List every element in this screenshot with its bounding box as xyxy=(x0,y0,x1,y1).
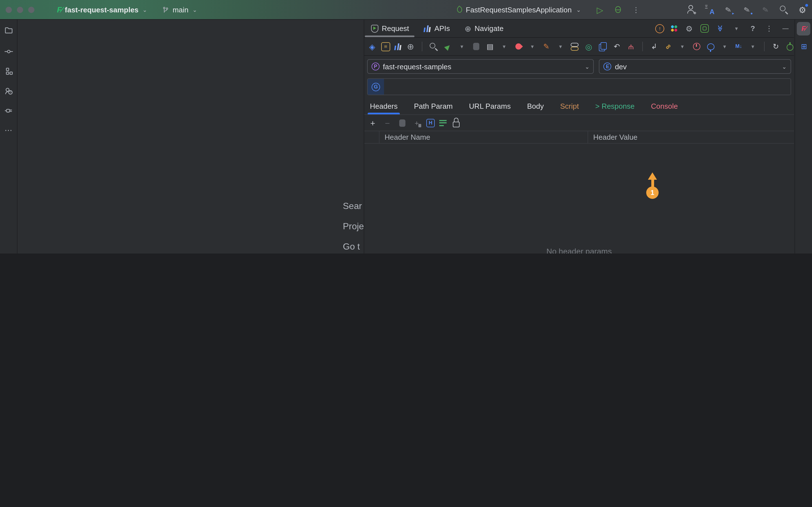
close-window-button[interactable] xyxy=(6,6,12,13)
search-api-icon[interactable] xyxy=(428,41,439,52)
clean-icon[interactable]: Ψ xyxy=(626,41,636,52)
tab-apis-label: APIs xyxy=(435,24,450,33)
request-tab-url-params[interactable]: URL Params xyxy=(469,98,511,114)
url-input[interactable] xyxy=(384,79,791,95)
left-toolwindow-stripe: ? ⋯ ★ xyxy=(0,20,17,253)
ide-settings-icon[interactable]: ⚙ xyxy=(797,4,808,15)
environment-select[interactable]: E dev ⌄ xyxy=(599,59,791,74)
commit-toolwindow-icon[interactable] xyxy=(2,45,15,58)
link-dropdown-caret[interactable]: ▾ xyxy=(677,41,688,52)
stop-request-icon[interactable] xyxy=(471,41,481,52)
translate-icon[interactable] xyxy=(704,4,714,15)
request-tab-script[interactable]: Script xyxy=(560,98,579,114)
branch-name[interactable]: main xyxy=(172,5,188,14)
debug-button[interactable] xyxy=(613,4,623,15)
chevron-down-icon: ⌄ xyxy=(585,63,590,69)
ai-run-icon[interactable]: ▸ xyxy=(723,4,733,15)
selection-column xyxy=(364,131,379,143)
shortcut-hint-line: Go t xyxy=(343,237,364,253)
send-request-icon[interactable]: ▶ xyxy=(443,41,453,52)
more-icon[interactable]: ⋮ xyxy=(764,23,774,34)
project-widget[interactable]: F∕ fast-request-samples ⌄ xyxy=(57,5,147,14)
layers-dropdown-caret[interactable]: ▾ xyxy=(731,23,742,34)
project-badge-icon: P xyxy=(371,62,379,70)
tab-navigate[interactable]: ⊕ Navigate xyxy=(465,24,504,33)
layers-icon[interactable]: ≫ xyxy=(715,23,725,34)
link-icon[interactable]: ∞ xyxy=(663,41,673,52)
github-icon[interactable] xyxy=(705,41,716,52)
duplicate-param-icon[interactable] xyxy=(412,118,422,128)
run-button[interactable]: ▷ xyxy=(595,4,605,15)
window-controls[interactable] xyxy=(6,6,35,13)
request-tab-console[interactable]: Console xyxy=(651,98,678,114)
ide-window: F∕ fast-request-samples ⌄ main ⌄ FastReq… xyxy=(0,0,812,253)
request-tab-body[interactable]: Body xyxy=(527,98,544,114)
history-icon[interactable] xyxy=(691,41,702,52)
navigate-api-icon[interactable]: ⊕ xyxy=(405,41,416,52)
active-tab-indicator xyxy=(365,36,414,37)
minimize-icon[interactable]: — xyxy=(780,23,791,34)
vcs-branch-widget[interactable]: main ⌄ xyxy=(161,5,197,14)
minimize-window-button[interactable] xyxy=(17,6,23,13)
connect-icon[interactable] xyxy=(785,41,795,52)
markdown-icon[interactable]: M↓ xyxy=(733,41,744,52)
api-chart-icon[interactable] xyxy=(394,43,402,50)
collection-dropdown-caret[interactable]: ▾ xyxy=(527,41,538,52)
search-everywhere-icon[interactable] xyxy=(779,4,789,15)
collection-icon[interactable] xyxy=(513,41,523,52)
curl-dropdown-caret[interactable]: ▾ xyxy=(555,41,566,52)
request-tab-path-param[interactable]: Path Param xyxy=(414,98,453,114)
request-tab---response[interactable]: > Response xyxy=(595,98,635,114)
send-dropdown-caret[interactable]: ▾ xyxy=(457,41,467,52)
add-param-icon[interactable]: + xyxy=(368,118,378,128)
settings-icon[interactable]: ⚙ xyxy=(684,23,694,34)
bulk-edit-icon[interactable] xyxy=(397,118,407,128)
add-user-icon[interactable] xyxy=(686,4,696,15)
tab-request[interactable]: Request xyxy=(371,24,409,33)
github-dropdown-caret[interactable]: ▾ xyxy=(719,41,730,52)
endpoints-toolwindow-icon[interactable] xyxy=(2,104,15,117)
project-toolwindow-icon[interactable] xyxy=(2,23,15,37)
ai-settings-icon[interactable]: ● xyxy=(742,4,752,15)
more-toolwindows-icon[interactable]: ⋯ xyxy=(2,123,15,137)
project-select-value: fast-request-samples xyxy=(383,62,580,71)
editor-area: SearProjeGo tReceNaviDrop xyxy=(17,20,364,253)
request-tab-headers[interactable]: Headers xyxy=(370,98,398,114)
project-name[interactable]: fast-request-samples xyxy=(65,5,139,14)
toggle-env-icon[interactable] xyxy=(569,41,580,52)
project-select[interactable]: P fast-request-samples ⌄ xyxy=(367,59,594,74)
header-preset-icon[interactable]: H xyxy=(426,119,435,127)
help-icon[interactable]: ? xyxy=(748,23,758,34)
plugin-icon[interactable]: ⊞ xyxy=(799,41,809,52)
scan-api-icon[interactable]: ◎ xyxy=(583,41,594,52)
tab-apis[interactable]: APIs xyxy=(424,24,450,33)
wechat-icon[interactable] xyxy=(700,24,709,33)
curl-icon[interactable]: ✎ xyxy=(541,41,552,52)
fast-request-toolwindow-icon[interactable]: F∕ xyxy=(797,22,810,36)
method-badge[interactable]: G xyxy=(368,79,384,95)
refresh-icon[interactable]: ↻ xyxy=(771,41,781,52)
undo-icon[interactable]: ↶ xyxy=(612,41,622,52)
url-row: G xyxy=(367,78,791,95)
import-icon[interactable]: ↲ xyxy=(649,41,659,52)
slack-icon[interactable] xyxy=(670,25,678,32)
pull-requests-toolwindow-icon[interactable]: ? xyxy=(2,84,15,98)
structure-toolwindow-icon[interactable] xyxy=(2,64,15,78)
config-icon[interactable] xyxy=(381,42,390,51)
copy-icon[interactable] xyxy=(598,41,608,52)
save-request-icon[interactable]: ▤ xyxy=(485,41,495,52)
save-dropdown-caret[interactable]: ▾ xyxy=(499,41,509,52)
more-run-options-icon[interactable]: ⋮ xyxy=(631,4,641,15)
header-name-column: Header Name xyxy=(379,131,588,143)
api-structure-icon[interactable]: ◈ xyxy=(367,41,377,52)
zoom-window-button[interactable] xyxy=(28,6,35,13)
remove-param-icon[interactable]: − xyxy=(382,118,393,128)
align-icon[interactable] xyxy=(439,119,447,126)
upgrade-icon[interactable]: ↑ xyxy=(655,24,664,33)
run-configuration-widget[interactable]: FastRequestSamplesApplication ⌄ xyxy=(457,5,581,14)
shortcut-hint-line: Proje xyxy=(343,216,364,237)
run-configuration-name[interactable]: FastRequestSamplesApplication xyxy=(466,5,572,14)
lock-icon[interactable] xyxy=(451,118,461,128)
titlebar: F∕ fast-request-samples ⌄ main ⌄ FastReq… xyxy=(0,0,812,20)
markdown-dropdown-caret[interactable]: ▾ xyxy=(748,41,758,52)
